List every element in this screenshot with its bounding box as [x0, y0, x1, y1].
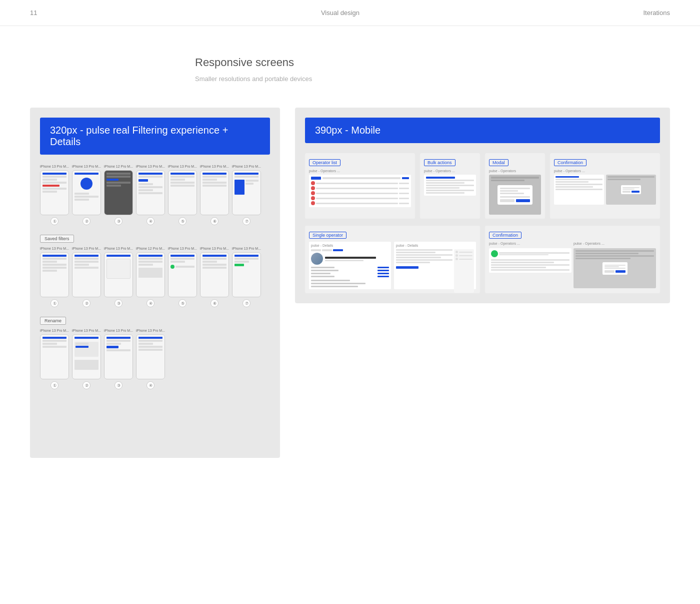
phone-item: iPhone 12 Pro M... ③ — [104, 165, 133, 225]
phone-item: iPhone 13 Pro M... ⑥ — [200, 247, 229, 307]
phone-indicator: ③ — [114, 299, 122, 307]
right-panel-header: 390px - Mobile — [305, 118, 660, 143]
phone-item: iPhone 13 Pro M... — [168, 247, 197, 307]
phone-item: iPhone 13 Pro M... ③ — [104, 329, 133, 389]
phone-screen — [136, 253, 164, 297]
phone-mock — [72, 334, 101, 379]
single-op-sub2: pulse - Details — [396, 244, 474, 247]
phone-item: iPhone 12 Pro M... ④ — [136, 247, 165, 307]
page-number: 11 — [30, 9, 37, 17]
phone-item: iPhone 13 Pro M... ③ — [104, 247, 133, 307]
phone-item: iPhone 13 Pro M... ① — [40, 247, 69, 307]
phone-label: iPhone 13 Pro M... — [40, 329, 69, 332]
phone-label: iPhone 13 Pro M... — [72, 247, 101, 250]
phone-screen — [200, 253, 228, 297]
rename-label: Rename — [40, 317, 66, 325]
confirmation-screens — [554, 175, 656, 205]
phone-label: iPhone 12 Pro M... — [104, 165, 133, 168]
bulk-actions-screen — [424, 175, 476, 196]
single-op-screen-2: pulse - Details — [394, 242, 476, 289]
modal-sub: pulse - Operators — [489, 169, 541, 173]
phone-item: iPhone 13 Pro M... ① — [40, 329, 69, 389]
phone-indicator: ③ — [114, 217, 122, 225]
phone-label: iPhone 13 Pro M... — [168, 247, 197, 250]
phone-screen — [40, 335, 68, 379]
phone-label: iPhone 12 Pro M... — [136, 247, 165, 250]
phone-item: iPhone 13 Pro M... ④ — [136, 329, 165, 389]
phone-mock — [136, 334, 165, 379]
phone-label: iPhone 13 Pro M... — [168, 165, 197, 168]
phone-mock — [72, 170, 101, 215]
confirmation-top-sub: pulse - Operators ... — [554, 169, 656, 173]
phone-indicator: ① — [50, 299, 58, 307]
confirmation-top-label: Confirmation — [554, 159, 586, 166]
bulk-actions-section: Bulk actions pulse - Operators ... — [420, 153, 480, 219]
confirmation-bottom-screens: pulse - Operators ... — [489, 242, 656, 288]
phone-indicator: ⑦ — [242, 217, 250, 225]
phone-screen — [104, 171, 132, 215]
page-header: 11 Visual design Iterations — [0, 0, 700, 26]
phone-label: iPhone 13 Pro M... — [200, 247, 229, 250]
phone-screen — [168, 253, 196, 297]
confirmation-bottom-label: Confirmation — [489, 232, 522, 239]
operator-list-sub: pulse - Operators ... — [309, 169, 411, 173]
phone-label: iPhone 13 Pro M... — [72, 329, 101, 332]
bulk-actions-sub: pulse - Operators ... — [424, 169, 476, 173]
left-panel-320: 320px - pulse real Filtering experience … — [30, 108, 280, 458]
phone-screen — [168, 171, 196, 215]
phone-mock — [40, 170, 69, 215]
phone-indicator: ② — [82, 217, 90, 225]
phone-item: iPhone 13 Pro M... ⑤ — [168, 165, 197, 225]
modal-screen — [489, 175, 541, 215]
phone-item: iPhone 13 Pro M... ⑥ — [200, 165, 229, 225]
phone-label: iPhone 13 Pro M... — [136, 329, 165, 332]
phones-grid-1: iPhone 13 Pro M... — [40, 165, 270, 225]
phone-indicator: ④ — [146, 217, 154, 225]
phone-label: iPhone 13 Pro M... — [200, 165, 229, 168]
phone-item: iPhone 13 Pro M... ② — [72, 329, 101, 389]
phone-mock — [232, 170, 261, 215]
phone-indicator: ③ — [114, 381, 122, 389]
phone-mock — [136, 252, 165, 297]
phone-mock — [72, 252, 101, 297]
phone-item: iPhone 13 Pro M... ② — [72, 165, 101, 225]
conf-sub1: pulse - Operators ... — [489, 242, 572, 245]
phone-indicator: ① — [50, 381, 58, 389]
phone-indicator: ⑤ — [178, 217, 186, 225]
modal-label: Modal — [489, 159, 508, 166]
phone-mock — [104, 170, 133, 215]
single-operator-screens: pulse - Details — [309, 242, 476, 289]
phones-grid-2: iPhone 13 Pro M... ① — [40, 247, 270, 307]
phone-indicator: ① — [50, 217, 58, 225]
phone-screen — [72, 253, 100, 297]
phone-mock — [104, 252, 133, 297]
single-operator-section: Single operator pulse - Details — [305, 226, 480, 293]
phone-mock — [104, 334, 133, 379]
phone-indicator: ⑥ — [210, 217, 218, 225]
phone-screen — [200, 171, 228, 215]
phone-label: iPhone 13 Pro M... — [104, 247, 133, 250]
phone-label: iPhone 13 Pro M... — [104, 329, 133, 332]
phone-indicator: ② — [82, 299, 90, 307]
phone-item: iPhone 13 Pro M... ② — [72, 247, 101, 307]
phone-mock — [200, 252, 229, 297]
phone-mock — [40, 334, 69, 379]
confirmation-top-section: Confirmation pulse - Operators ... — [550, 153, 660, 219]
phone-indicator: ④ — [146, 299, 154, 307]
phones-section-main: iPhone 13 Pro M... — [40, 165, 270, 225]
phones-grid-3: iPhone 13 Pro M... ① iPhone 13 — [40, 329, 270, 389]
phone-screen — [40, 171, 68, 215]
phone-mock — [168, 170, 197, 215]
phone-item: iPhone 13 Pro M... ⑦ — [232, 165, 261, 225]
phone-item: iPhone 13 Pro M... — [136, 165, 165, 225]
confirmation-bottom-section: Confirmation pulse - Operators ... — [485, 226, 660, 293]
phone-indicator: ② — [82, 381, 90, 389]
phone-label: iPhone 13 Pro M... — [40, 247, 69, 250]
phone-indicator: ④ — [146, 381, 154, 389]
phone-indicator: ⑤ — [178, 299, 186, 307]
phone-screen — [136, 171, 164, 215]
phone-screen — [136, 335, 164, 379]
phone-label: iPhone 13 Pro M... — [232, 165, 261, 168]
phones-section-saved-filters: Saved filters iPhone 13 Pro M... — [40, 233, 270, 307]
operator-list-screen — [309, 175, 411, 207]
